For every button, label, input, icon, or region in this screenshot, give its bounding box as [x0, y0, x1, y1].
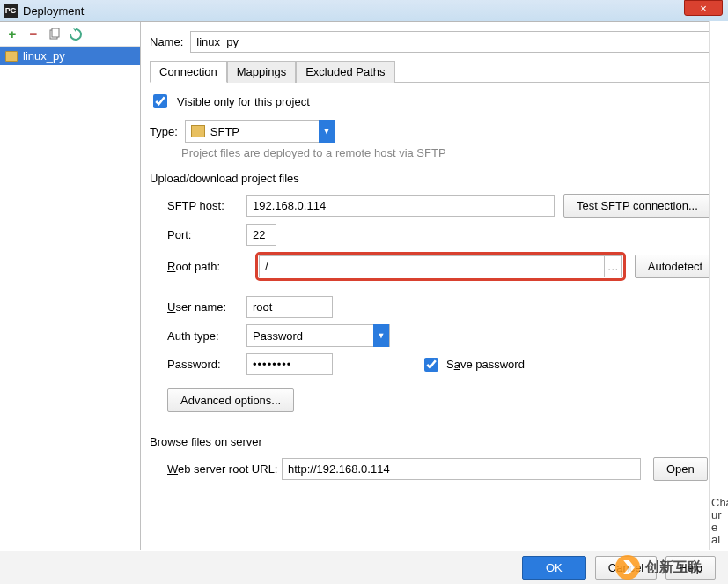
tab-connection[interactable]: Connection [150, 61, 227, 83]
app-icon: PC [4, 4, 18, 18]
server-icon [5, 51, 18, 62]
sidebar: + − linux_py [0, 22, 141, 550]
root-path-label: Root path: [167, 260, 246, 273]
svg-rect-1 [52, 28, 59, 37]
auth-type-label: Auth type: [167, 329, 246, 343]
sidebar-item-linux-py[interactable]: linux_py [0, 47, 140, 65]
upload-section-title: Upload/download project files [150, 172, 716, 185]
type-combo[interactable]: SFTP ▼ [185, 120, 335, 143]
web-url-input[interactable] [282, 458, 641, 480]
name-label: Name: [150, 35, 183, 48]
sftp-host-input[interactable] [246, 195, 555, 217]
add-icon[interactable]: + [5, 27, 19, 41]
sidebar-item-label: linux_py [23, 49, 65, 63]
chevron-down-icon: ▼ [373, 324, 389, 347]
user-label: User name: [167, 300, 246, 314]
type-hint: Project files are deployed to a remote h… [181, 146, 716, 159]
save-password-label: Save password [446, 358, 525, 371]
browse-section-title: Browse files on server [150, 435, 716, 448]
watermark-text: 创新互联 [645, 558, 702, 577]
password-label: Password: [167, 358, 246, 371]
root-path-highlight: … [255, 252, 626, 281]
remove-icon[interactable]: − [26, 27, 40, 41]
main-panel: Name: Connection Mappings Excluded Paths… [141, 22, 728, 550]
password-input[interactable] [246, 353, 333, 375]
user-input[interactable] [246, 296, 333, 318]
background-strip: Cha ur e al e the w ki [709, 21, 728, 550]
save-password-checkbox[interactable] [424, 358, 438, 372]
watermark: 创新互联 [615, 555, 702, 580]
watermark-logo-icon [615, 555, 640, 580]
visible-only-checkbox[interactable] [153, 94, 167, 108]
ok-button[interactable]: OK [522, 556, 586, 580]
tab-excluded[interactable]: Excluded Paths [296, 61, 394, 83]
auth-type-combo[interactable]: Password ▼ [246, 324, 390, 347]
port-input[interactable] [246, 224, 276, 246]
titlebar: PC Deployment × [0, 0, 728, 21]
tabs: Connection Mappings Excluded Paths [150, 60, 716, 83]
auth-type-value: Password [247, 329, 373, 343]
name-input[interactable] [190, 31, 716, 53]
web-url-label: Web server root URL: [167, 462, 282, 476]
open-button[interactable]: Open [653, 457, 708, 481]
root-path-browse-button[interactable]: … [605, 255, 622, 277]
advanced-options-button[interactable]: Advanced options... [167, 388, 294, 412]
tab-mappings[interactable]: Mappings [227, 61, 296, 83]
test-connection-button[interactable]: Test SFTP connection... [563, 194, 711, 218]
copy-icon[interactable] [48, 27, 62, 41]
autodetect-button[interactable]: Autodetect [635, 255, 716, 278]
chevron-down-icon: ▼ [319, 120, 335, 143]
port-label: Port: [167, 228, 246, 241]
close-button[interactable]: × [684, 0, 723, 16]
refresh-icon[interactable] [69, 27, 83, 41]
type-label: Type: [150, 125, 178, 138]
visible-only-label: Visible only for this project [177, 95, 310, 108]
window-title: Deployment [23, 4, 84, 18]
root-path-input[interactable] [259, 255, 605, 277]
sftp-host-label: SFTP host: [167, 199, 246, 212]
type-value: SFTP [210, 125, 319, 138]
sftp-icon [191, 125, 205, 137]
sidebar-toolbar: + − [0, 22, 140, 47]
